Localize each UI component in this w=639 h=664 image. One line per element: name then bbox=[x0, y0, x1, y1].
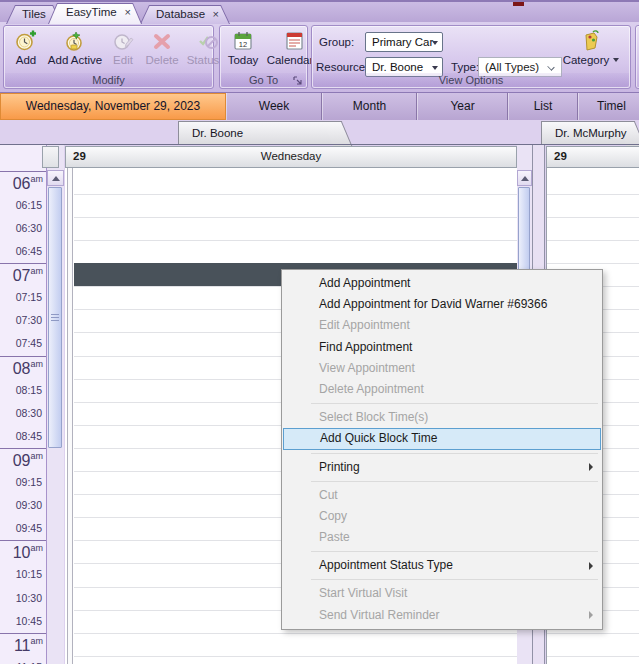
submenu-arrow-icon bbox=[589, 562, 593, 570]
arrow-up-icon bbox=[52, 176, 60, 181]
menu-item-appointment-status-type[interactable]: Appointment Status Type bbox=[282, 555, 602, 576]
dialog-launcher-icon[interactable] bbox=[293, 76, 303, 86]
calendar-icon bbox=[284, 29, 306, 53]
time-label-08-am: 08am bbox=[0, 356, 46, 379]
tab-timeline[interactable]: Timel bbox=[578, 93, 639, 120]
menu-item-label: Find Appointment bbox=[319, 340, 412, 354]
left-scrollbar[interactable] bbox=[47, 145, 64, 664]
menu-item-label: Delete Appointment bbox=[319, 382, 424, 396]
gutter-corner-cell bbox=[42, 146, 59, 168]
ribbon: Add Add Active Edit Delete bbox=[0, 22, 639, 93]
time-label-07-am: 07am bbox=[0, 263, 46, 286]
menu-item-copy: Copy bbox=[282, 506, 602, 527]
scroll-up-button[interactable] bbox=[517, 170, 532, 186]
menu-item-label: Copy bbox=[319, 509, 347, 523]
dropdown-arrow-icon bbox=[432, 41, 438, 45]
menu-item-find-appointment[interactable]: Find Appointment bbox=[282, 337, 602, 358]
time-label-09-15: 09:15 bbox=[0, 471, 46, 494]
scroll-up-button[interactable] bbox=[47, 170, 64, 186]
context-menu-items: Add AppointmentAdd Appointment for David… bbox=[282, 273, 602, 626]
menu-item-delete-appointment: Delete Appointment bbox=[282, 379, 602, 400]
menu-item-label: View Appointment bbox=[319, 361, 415, 375]
edit-button-label: Edit bbox=[113, 54, 133, 66]
tab-easytime-label: EasyTime bbox=[48, 6, 117, 18]
time-label-07-30: 07:30 bbox=[0, 309, 46, 332]
add-active-clock-icon bbox=[63, 29, 87, 53]
submenu-arrow-icon bbox=[589, 463, 593, 471]
category-button[interactable]: Category bbox=[558, 29, 624, 75]
time-label-10-15: 10:15 bbox=[0, 563, 46, 586]
today-calendar-icon: 12 bbox=[232, 29, 254, 53]
gridline bbox=[547, 217, 639, 218]
context-menu: Add AppointmentAdd Appointment for David… bbox=[281, 269, 603, 630]
resource-tab-dr-mcmurphy[interactable]: Dr. McMurphy bbox=[541, 121, 631, 145]
add-button[interactable]: Add bbox=[9, 29, 43, 75]
window-artifact bbox=[513, 2, 524, 6]
arrow-up-icon bbox=[521, 176, 529, 181]
menu-item-add-quick-block-time[interactable]: Add Quick Block Time bbox=[283, 428, 601, 449]
calendar-view-bar: Wednesday, November 29, 2023 Week Month … bbox=[0, 93, 639, 120]
resource-field-label: Resource: bbox=[316, 61, 368, 73]
tab-easytime[interactable]: EasyTime × bbox=[48, 3, 142, 24]
menu-item-select-block-time-s: Select Block Time(s) bbox=[282, 407, 602, 428]
time-label-11-15: 11:15 bbox=[0, 656, 46, 664]
time-label-06-45: 06:45 bbox=[0, 240, 46, 263]
type-dropdown-value: (All Types) bbox=[485, 61, 539, 73]
document-tab-bar: Tiles EasyTime × Database × bbox=[0, 0, 639, 22]
menu-item-printing[interactable]: Printing bbox=[282, 457, 602, 478]
menu-item-add-appointment-for-david-warner-69366[interactable]: Add Appointment for David Warner #69366 bbox=[282, 294, 602, 315]
time-label-10-am: 10am bbox=[0, 540, 46, 563]
gridline bbox=[74, 656, 517, 657]
gridline bbox=[547, 263, 639, 264]
time-label-06-am: 06am bbox=[0, 171, 46, 194]
menu-item-label: Printing bbox=[319, 460, 360, 474]
tab-week[interactable]: Week bbox=[226, 93, 322, 120]
category-button-label: Category bbox=[563, 54, 620, 66]
divider bbox=[0, 144, 639, 145]
chevron-down-icon bbox=[547, 63, 554, 70]
menu-item-label: Cut bbox=[319, 488, 338, 502]
today-button[interactable]: 12 Today bbox=[222, 29, 264, 75]
resource-tab-dr-boone[interactable]: Dr. Boone bbox=[178, 121, 338, 145]
tab-month[interactable]: Month bbox=[322, 93, 417, 120]
group-field-label: Group: bbox=[319, 36, 354, 48]
time-gutter: 06am06:1506:3006:4507am07:1507:3007:4508… bbox=[0, 145, 47, 664]
current-date-tab[interactable]: Wednesday, November 29, 2023 bbox=[0, 93, 226, 120]
gridline bbox=[547, 633, 639, 634]
day-header-mcmurphy: 29 bbox=[546, 146, 639, 168]
tab-year[interactable]: Year bbox=[417, 93, 508, 120]
menu-separator bbox=[311, 453, 598, 454]
tab-database[interactable]: Database × bbox=[140, 5, 230, 24]
menu-item-label: Add Appointment for David Warner #69366 bbox=[319, 297, 547, 311]
scrollbar-thumb[interactable] bbox=[48, 187, 62, 448]
day-number: 29 bbox=[554, 150, 567, 162]
menu-item-label: Select Block Time(s) bbox=[319, 410, 428, 424]
time-label-08-30: 08:30 bbox=[0, 402, 46, 425]
time-label-09-30: 09:30 bbox=[0, 494, 46, 517]
group-dropdown[interactable]: Primary Car bbox=[365, 32, 443, 52]
close-tab-icon[interactable]: × bbox=[213, 5, 219, 23]
menu-item-label: Start Virtual Visit bbox=[319, 586, 407, 600]
ribbon-group-partial bbox=[635, 25, 639, 89]
menu-item-add-appointment[interactable]: Add Appointment bbox=[282, 273, 602, 294]
day-name: Wednesday bbox=[66, 150, 516, 162]
tab-list[interactable]: List bbox=[508, 93, 578, 120]
ribbon-group-goto: 12 Today Calendar Go To bbox=[219, 25, 308, 89]
status-icon bbox=[196, 29, 220, 53]
delete-button: Delete bbox=[141, 29, 183, 75]
dropdown-arrow-icon bbox=[613, 58, 619, 62]
time-label-08-45: 08:45 bbox=[0, 425, 46, 448]
delete-x-icon bbox=[150, 29, 174, 53]
menu-item-send-virtual-reminder: Send Virtual Reminder bbox=[282, 605, 602, 626]
add-active-button[interactable]: Add Active bbox=[45, 29, 105, 75]
menu-separator bbox=[311, 403, 598, 404]
time-label-06-30: 06:30 bbox=[0, 217, 46, 240]
close-tab-icon[interactable]: × bbox=[125, 3, 131, 21]
edit-clock-icon bbox=[111, 29, 135, 53]
resource-dropdown-value: Dr. Boone bbox=[372, 61, 423, 73]
edit-button: Edit bbox=[107, 29, 139, 75]
gridline bbox=[74, 633, 517, 634]
time-label-09-am: 09am bbox=[0, 448, 46, 471]
time-label-10-30: 10:30 bbox=[0, 587, 46, 610]
time-label-07-45: 07:45 bbox=[0, 332, 46, 355]
